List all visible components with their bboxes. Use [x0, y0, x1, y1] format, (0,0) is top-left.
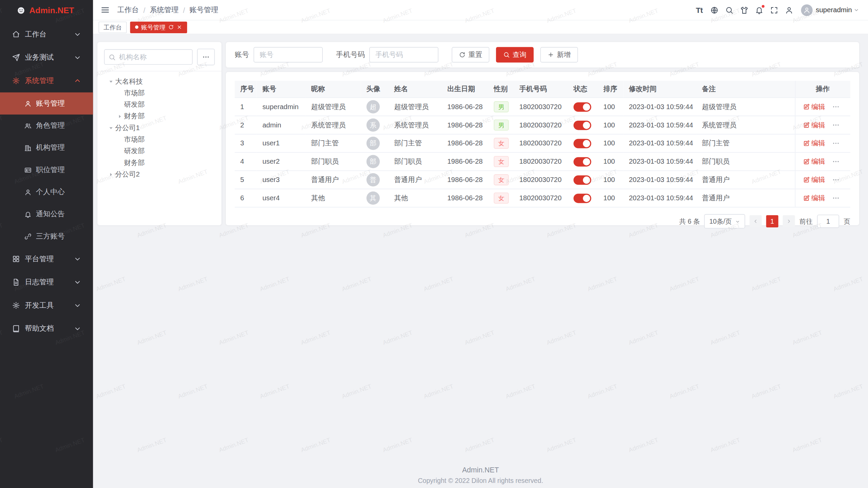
sidebar-item[interactable]: 帮助文档	[0, 317, 93, 341]
tree-node[interactable]: 研发部	[100, 99, 219, 110]
tree-node[interactable]: 市场部	[100, 87, 219, 99]
tree-node[interactable]: 分公司2	[100, 169, 219, 180]
view-tab[interactable]: 账号管理	[130, 21, 187, 33]
more-actions-button[interactable]	[832, 139, 840, 147]
tree-node[interactable]: 大名科技	[100, 76, 219, 87]
account-input[interactable]	[254, 47, 323, 63]
hamburger-menu-icon[interactable]	[101, 5, 110, 14]
edit-button[interactable]: 编辑	[803, 157, 825, 166]
sidebar-subitem[interactable]: 账号管理	[0, 93, 93, 115]
cell-avatar: 普	[361, 171, 389, 189]
tree-node[interactable]: 财务部	[100, 157, 219, 169]
cell-account: user1	[257, 134, 306, 152]
sidebar-subitem[interactable]: 个人中心	[0, 181, 93, 203]
edit-button[interactable]: 编辑	[803, 102, 825, 111]
breadcrumb-item[interactable]: 账号管理	[190, 5, 218, 15]
more-actions-button[interactable]	[832, 194, 840, 202]
page-size-select[interactable]: 10条/页	[704, 214, 745, 228]
tree-node-label: 市场部	[124, 135, 145, 144]
sidebar-item[interactable]: 工作台	[0, 23, 93, 46]
sidebar-subitem[interactable]: 通知公告	[0, 203, 93, 225]
tree-node[interactable]: 分公司1	[100, 122, 219, 134]
chevron-down-icon[interactable]	[854, 7, 859, 13]
status-toggle[interactable]	[573, 194, 591, 203]
cell-modified: 2023-01-03 10:59:44	[623, 98, 696, 116]
edit-button[interactable]: 编辑	[803, 175, 825, 185]
sidebar-item[interactable]: 业务测试	[0, 46, 93, 69]
cell-name: 部门主管	[389, 134, 442, 152]
home-icon	[12, 30, 20, 38]
more-actions-button[interactable]	[832, 158, 840, 165]
caret-right-icon[interactable]	[106, 172, 115, 177]
sidebar-item[interactable]: 平台管理	[0, 247, 93, 271]
status-toggle[interactable]	[573, 139, 591, 148]
current-page-button[interactable]: 1	[766, 215, 778, 227]
sidebar-subitem[interactable]: 职位管理	[0, 159, 93, 181]
tree-node[interactable]: 市场部	[100, 134, 219, 145]
column-header-label: 出生日期	[447, 85, 475, 93]
next-page-button[interactable]	[783, 215, 795, 227]
breadcrumb-item[interactable]: 工作台	[117, 5, 139, 15]
fullscreen-button[interactable]	[767, 0, 782, 20]
more-actions-button[interactable]	[832, 103, 840, 111]
status-toggle[interactable]	[573, 157, 591, 166]
view-tab[interactable]: 工作台	[99, 21, 127, 33]
row-actions: 编辑	[801, 139, 845, 148]
tree-node[interactable]: 研发部	[100, 145, 219, 157]
logo[interactable]: Admin.NET	[0, 0, 93, 20]
user-button[interactable]	[782, 0, 796, 20]
sidebar-subitem-label: 通知公告	[36, 209, 65, 219]
sidebar-subitem[interactable]: 机构管理	[0, 137, 93, 159]
sidebar-item[interactable]: 开发工具	[0, 294, 93, 317]
sidebar-item[interactable]: 系统管理	[0, 69, 93, 93]
search-button[interactable]: 查询	[496, 47, 534, 63]
bell-button[interactable]	[752, 0, 767, 20]
tree-node[interactable]: 财务部	[100, 111, 219, 122]
refresh-icon[interactable]	[168, 24, 174, 30]
breadcrumb-item[interactable]: 系统管理	[150, 5, 179, 15]
avatar[interactable]	[801, 4, 812, 16]
caret-right-icon[interactable]	[115, 114, 124, 119]
goto-page-input[interactable]	[817, 215, 839, 228]
phone-input[interactable]	[369, 47, 438, 63]
search-icon	[725, 6, 733, 14]
edit-button[interactable]: 编辑	[803, 194, 825, 203]
more-actions-button[interactable]	[832, 121, 840, 129]
sidebar-item[interactable]: 日志管理	[0, 270, 93, 294]
font-size-button[interactable]: Tt	[692, 0, 707, 20]
more-actions-button[interactable]	[832, 176, 840, 184]
column-header: 状态	[568, 81, 598, 98]
edit-button[interactable]: 编辑	[803, 139, 825, 148]
org-search-input[interactable]	[104, 49, 193, 65]
caret-down-icon[interactable]	[106, 126, 115, 131]
modified-value: 2023-01-03 10:59:44	[629, 139, 693, 147]
column-header: 操作	[795, 81, 850, 98]
sidebar-subitem[interactable]: 三方账号	[0, 225, 93, 247]
cell-phone: 18020030720	[514, 171, 568, 189]
theme-button[interactable]	[737, 0, 752, 20]
status-toggle[interactable]	[573, 120, 591, 130]
font-size-icon: Tt	[695, 6, 703, 14]
column-header-label: 修改时间	[629, 85, 657, 93]
edit-icon	[803, 140, 810, 147]
add-button[interactable]: 新增	[540, 47, 578, 63]
close-icon[interactable]	[177, 24, 182, 30]
status-toggle[interactable]	[573, 175, 591, 185]
user-icon	[803, 6, 810, 14]
reset-button[interactable]: 重置	[452, 47, 489, 63]
row-actions: 编辑	[801, 157, 845, 166]
prev-page-button[interactable]	[750, 215, 762, 227]
dots-icon	[832, 176, 840, 184]
org-tree: 大名科技市场部研发部财务部分公司1市场部研发部财务部分公司2	[97, 72, 221, 185]
cell-remark: 部门主管	[696, 134, 795, 152]
status-toggle[interactable]	[573, 102, 591, 111]
edit-button[interactable]: 编辑	[803, 120, 825, 130]
globe-button[interactable]	[707, 0, 722, 20]
username[interactable]: superadmin	[816, 6, 852, 14]
org-search-wrap	[104, 49, 193, 65]
nickname-value: 部门职员	[311, 157, 339, 165]
search-button[interactable]	[722, 0, 736, 20]
caret-down-icon[interactable]	[106, 79, 115, 84]
sidebar-subitem[interactable]: 角色管理	[0, 115, 93, 137]
org-more-button[interactable]	[197, 49, 215, 65]
